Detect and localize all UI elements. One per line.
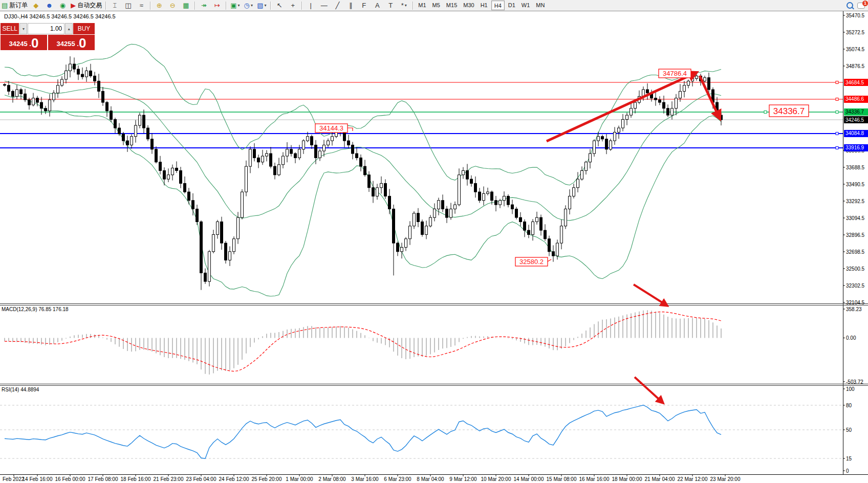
buy-price[interactable]: 34255 .0 (48, 35, 95, 50)
channel-button[interactable]: ∥ (344, 1, 357, 10)
chart-shift-icon: ↦ (214, 2, 220, 9)
trend-arrow[interactable] (634, 284, 667, 305)
periods-button[interactable]: ◷ ▾ (242, 1, 254, 10)
trendline-icon: ╱ (335, 2, 339, 9)
chart-title: DJ30-,H4 34246.5 34246.5 34246.5 34246.5 (4, 13, 116, 19)
buy-price-big-digit: 0 (79, 36, 86, 50)
shapes-button[interactable]: * ▾ (398, 1, 410, 10)
toolbar-separator (413, 2, 413, 10)
bollinger-bands (5, 44, 721, 296)
svg-text:2 Mar 08:00: 2 Mar 08:00 (318, 476, 346, 482)
auto-scroll-button[interactable]: ↠ (198, 1, 210, 10)
auto-scroll-icon: ↠ (201, 2, 207, 9)
toolbar-separator (270, 2, 271, 10)
svg-text:18 Feb 16:00: 18 Feb 16:00 (121, 476, 151, 482)
svg-text:16 Feb 00:00: 16 Feb 00:00 (55, 476, 85, 482)
timeframe-m15[interactable]: M15 (444, 1, 460, 9)
trend-arrow[interactable] (547, 73, 696, 141)
svg-text:3 Mar 16:00: 3 Mar 16:00 (351, 476, 379, 482)
volume-increase-button[interactable]: ▲ (65, 23, 73, 34)
new-order-button[interactable]: ▤ 新订单 (1, 1, 29, 10)
sell-button[interactable]: SELL (1, 23, 19, 34)
chart-shift-button[interactable]: ↦ (211, 1, 223, 10)
svg-text:21 Mar 04:00: 21 Mar 04:00 (645, 476, 675, 482)
zoom-in-button[interactable]: ⊕ (153, 1, 165, 10)
time-axis-labels: Feb 202214 Feb 16:0016 Feb 00:0017 Feb 0… (3, 474, 741, 482)
zoom-out-icon: ⊖ (170, 2, 176, 9)
svg-text:16 Mar 16:00: 16 Mar 16:00 (579, 476, 610, 482)
trend-arrow[interactable] (635, 377, 663, 403)
autotrading-label: 自动交易 (77, 1, 102, 10)
timeframe-h4[interactable]: H4 (491, 1, 505, 10)
svg-text:32500.5: 32500.5 (846, 266, 865, 272)
fibonacci-button[interactable]: F (358, 1, 370, 10)
templates-button[interactable]: ▧ ▾ (255, 1, 268, 10)
chart-canvas: 35470.535272.535074.534876.533886.533688… (0, 0, 868, 483)
svg-text:34084.8: 34084.8 (845, 130, 864, 136)
tile-windows-button[interactable]: ▦ (180, 1, 192, 10)
zoom-out-button[interactable]: ⊖ (166, 1, 179, 10)
annotation-arrows[interactable] (547, 73, 720, 403)
svg-text:32698.5: 32698.5 (846, 249, 865, 255)
timeframe-w1[interactable]: W1 (519, 1, 533, 9)
svg-text:10 Mar 20:00: 10 Mar 20:00 (481, 476, 511, 482)
sell-price[interactable]: 34245 .0 (1, 35, 47, 50)
community-button[interactable]: ☻ (43, 1, 55, 10)
new-order-label: 新订单 (9, 1, 28, 10)
search-icon[interactable] (847, 2, 853, 9)
svg-text:0: 0 (846, 468, 849, 474)
svg-text:34786.4: 34786.4 (663, 70, 687, 77)
new-chart-button[interactable]: ▣ ▾ (229, 1, 241, 10)
timeframe-d1[interactable]: D1 (506, 1, 518, 9)
rsi-indicator-label: RSI(14) 44.8894 (2, 387, 39, 392)
chat-icon[interactable]: 1 (857, 3, 865, 9)
macd-signal-line (5, 312, 721, 371)
notification-badge: 1 (862, 1, 868, 6)
vertical-line-button[interactable]: | (305, 1, 317, 10)
signals-button[interactable]: ◉ (56, 1, 69, 10)
bar-chart-button[interactable]: ⌶ (108, 1, 121, 10)
horizontal-line-button[interactable]: — (318, 1, 330, 10)
timeframe-m1[interactable]: M1 (416, 1, 428, 9)
svg-text:34246.5: 34246.5 (845, 117, 864, 123)
rsi-panel (0, 405, 843, 459)
volume-input[interactable] (28, 23, 64, 34)
trendline-button[interactable]: ╱ (331, 1, 343, 10)
cursor-button[interactable]: ↖ (273, 1, 286, 10)
svg-text:15: 15 (846, 456, 852, 462)
fibonacci-icon: F (362, 2, 366, 9)
text-label-button[interactable]: T (384, 1, 397, 10)
community-icon: ☻ (46, 2, 53, 9)
crosshair-button[interactable]: + (287, 1, 299, 10)
svg-text:100: 100 (846, 386, 855, 392)
volume-decrease-button[interactable]: ▼ (19, 23, 27, 34)
buy-button[interactable]: BUY (73, 23, 95, 34)
shapes-icon: * (401, 2, 404, 9)
svg-text:22 Mar 12:00: 22 Mar 12:00 (678, 476, 708, 482)
text-icon: A (375, 2, 380, 9)
candlestick-chart-button[interactable]: ◫ (122, 1, 134, 10)
svg-text:1 Mar 00:00: 1 Mar 00:00 (286, 476, 313, 482)
buy-price-main: 34255 . (57, 38, 79, 50)
svg-text:34144.3: 34144.3 (319, 124, 343, 132)
timeframe-m5[interactable]: M5 (430, 1, 443, 9)
svg-text:33292.5: 33292.5 (846, 199, 865, 204)
cube-button[interactable]: ◆ (30, 1, 42, 10)
timeframe-mn[interactable]: MN (533, 1, 547, 9)
svg-text:14 Mar 00:00: 14 Mar 00:00 (514, 476, 544, 482)
svg-text:34684.5: 34684.5 (845, 80, 864, 85)
svg-text:21 Feb 23:00: 21 Feb 23:00 (154, 476, 184, 482)
candlestick-chart-icon: ◫ (125, 2, 131, 9)
timeframe-h1[interactable]: H1 (478, 1, 490, 9)
svg-text:Feb 2022: Feb 2022 (3, 476, 25, 482)
svg-text:15 Mar 08:00: 15 Mar 08:00 (547, 476, 577, 482)
autotrading-button[interactable]: ▶ 自动交易 (70, 1, 103, 10)
autotrading-icon: ▶ (71, 2, 76, 9)
svg-text:50: 50 (846, 427, 852, 433)
svg-text:34876.5: 34876.5 (846, 63, 865, 69)
line-chart-button[interactable]: ≈ (135, 1, 147, 10)
macd-panel (5, 310, 721, 375)
timeframe-m30[interactable]: M30 (461, 1, 476, 9)
chevron-down-icon: ▾ (405, 3, 407, 8)
text-button[interactable]: A (371, 1, 383, 10)
